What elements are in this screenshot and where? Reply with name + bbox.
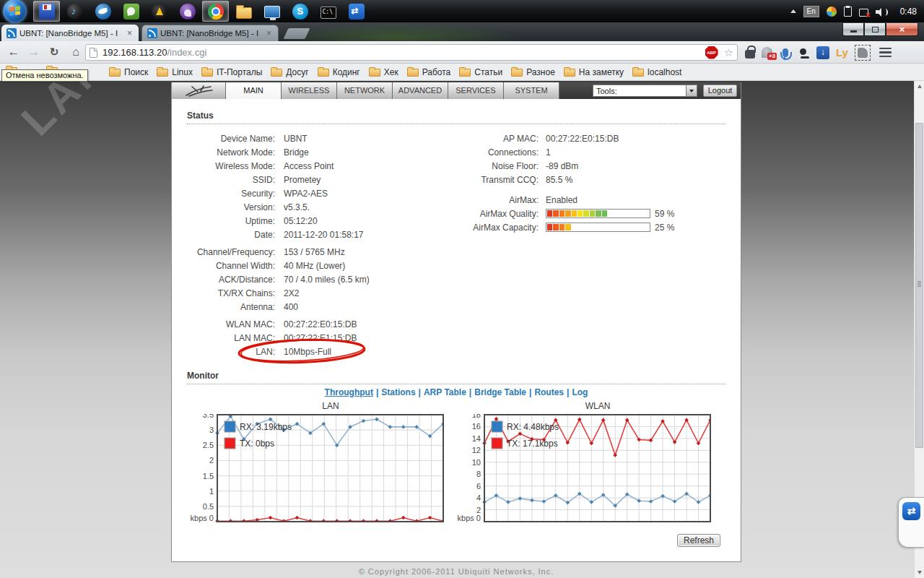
new-tab-button[interactable] [284, 28, 310, 39]
status-field: Noise Floor:-89 dBm [439, 159, 674, 173]
browser-tab-inactive[interactable]: UBNT: [NanoBridge M5] - I × [141, 25, 279, 41]
svg-text:16: 16 [472, 422, 481, 431]
screen: En 0:48 UBNT: [NanoBridge M5] - I × UBNT… [0, 0, 924, 578]
tab-favicon [147, 28, 157, 38]
folder-icon [157, 69, 168, 77]
taskbar-app-floppy[interactable] [33, 1, 60, 22]
network-status-icon[interactable] [859, 9, 868, 17]
bookmark-item[interactable]: На заметку [560, 64, 629, 81]
taskbar-clock[interactable]: 0:48 [900, 7, 917, 17]
status-field: Date:2011-12-20 01:58:17 [187, 228, 370, 241]
tab-close-icon[interactable]: × [265, 29, 273, 38]
airos-tab-wireless[interactable]: WIRELESS [282, 82, 337, 99]
taskbar-app-explorer[interactable] [230, 1, 257, 22]
extension-icon[interactable]: +3 [762, 47, 772, 58]
taskbar-app-chrome[interactable] [202, 1, 229, 22]
tab-close-icon[interactable]: × [126, 29, 134, 38]
taskbar-app-teamviewer[interactable] [343, 1, 370, 22]
airos-tab-system[interactable]: SYSTEM [504, 82, 559, 99]
cmd-icon [321, 7, 336, 19]
chart-title: LAN [190, 401, 444, 411]
monitor-link-throughput[interactable]: Throughput [325, 387, 373, 397]
refresh-button[interactable]: Refresh [677, 534, 720, 547]
page-viewport: LANZ MAINWIRELESSNETWORKADVANCEDSERVICES… [0, 81, 924, 578]
bookmark-item[interactable]: localhost [629, 64, 687, 81]
close-button[interactable]: × [886, 23, 918, 36]
bookmark-item[interactable]: Linux [153, 64, 198, 81]
bookmark-item[interactable]: Кодинг [314, 64, 365, 81]
bookmark-item[interactable]: Работа [404, 64, 456, 81]
taskbar-app-skype[interactable] [287, 1, 313, 22]
start-button[interactable] [3, 0, 27, 23]
scrollbar-thumb[interactable] [915, 123, 923, 448]
bookmark-item[interactable]: Досуг [267, 64, 313, 81]
tools-dropdown[interactable]: Tools: [593, 85, 697, 97]
monitor-links: Throughput|Stations|ARP Table|Bridge Tab… [187, 387, 725, 397]
scrollbar-up-arrow[interactable] [915, 81, 924, 92]
bookmark-item[interactable]: Разное [507, 64, 560, 81]
status-heading: Status [187, 111, 725, 124]
adblock-icon[interactable]: ABP [705, 46, 718, 59]
bookmark-item[interactable]: IT-Порталы [198, 64, 267, 81]
status-field: WLAN MAC:00:27:22:E0:15:DB [187, 317, 370, 331]
svg-text:kbps 0: kbps 0 [191, 514, 214, 522]
throughput-chart: 3.532.521.510.5kbps 0RX: 3.19kbpsTX: 0bp… [190, 414, 444, 522]
browser-menu-icon[interactable] [879, 48, 892, 58]
monitor-link-log[interactable]: Log [572, 387, 588, 397]
page-icon [90, 48, 97, 58]
svg-text:6: 6 [476, 482, 481, 491]
status-field: ACK/Distance:70 / 4.0 miles (6.5 km) [187, 272, 370, 286]
floppy-icon [39, 4, 55, 20]
bookmark-item[interactable]: Хек [365, 64, 404, 81]
back-button[interactable]: ← [4, 43, 23, 61]
lamp-extension-icon[interactable] [798, 47, 810, 59]
bookmark-item[interactable]: Статьи [456, 64, 507, 81]
ly-extension-icon[interactable]: Ly [836, 46, 848, 59]
language-indicator[interactable]: En [803, 6, 819, 17]
taskbar-app-evernote[interactable] [118, 1, 144, 22]
bookmark-item[interactable]: Поиск [105, 64, 153, 81]
taskbar-app-thunderbird[interactable] [90, 1, 116, 22]
minimize-button[interactable] [842, 23, 864, 36]
forward-button[interactable]: → [25, 43, 43, 61]
taskbar-app-daemon[interactable] [146, 1, 173, 22]
logout-button[interactable]: Logout [703, 85, 737, 97]
airos-tab-main[interactable]: MAIN [226, 82, 282, 99]
teamviewer-dock-tab[interactable]: ⇄ [898, 497, 924, 548]
clipboard-icon[interactable] [844, 7, 852, 17]
evernote-extension-icon[interactable] [855, 45, 871, 61]
monitor-link-bridge-table[interactable]: Bridge Table [474, 387, 526, 397]
address-bar[interactable]: 192.168.113.20/index.cgi ABP ☆ [85, 44, 738, 61]
taskbar-app-remote[interactable] [258, 1, 285, 22]
taskbar-app-pidgin[interactable] [174, 1, 201, 22]
windows-update-icon[interactable] [827, 7, 837, 17]
volume-icon[interactable] [876, 8, 887, 20]
browser-tab-strip: UBNT: [NanoBridge M5] - I × UBNT: [NanoB… [0, 22, 924, 41]
status-field: Version:v5.3.5. [187, 200, 370, 214]
browser-tab-active[interactable]: UBNT: [NanoBridge M5] - I × [1, 25, 139, 41]
lock-extension-icon[interactable] [745, 50, 755, 59]
taskbar-app-cmd[interactable] [315, 1, 341, 22]
show-hidden-icons-button[interactable] [790, 9, 796, 13]
airos-panel: MAINWIRELESSNETWORKADVANCEDSERVICESSYSTE… [171, 82, 741, 562]
status-field: Connections:1 [439, 145, 674, 159]
folder-icon [407, 69, 419, 77]
microphone-extension-icon[interactable] [783, 48, 788, 57]
taskbar-app-itunes[interactable] [61, 1, 88, 22]
monitor-link-stations[interactable]: Stations [381, 387, 415, 397]
scrollbar-down-arrow[interactable] [915, 567, 924, 578]
dropdown-arrow-icon[interactable] [686, 85, 697, 96]
bookmark-star-icon[interactable]: ☆ [724, 46, 733, 59]
airos-tab-advanced[interactable]: ADVANCED [393, 82, 448, 99]
svg-text:1.5: 1.5 [203, 472, 214, 480]
svg-text:RX: 3.19kbps: RX: 3.19kbps [240, 422, 292, 432]
remote-icon [264, 6, 280, 18]
airos-tab-services[interactable]: SERVICES [448, 82, 504, 99]
monitor-link-arp-table[interactable]: ARP Table [424, 387, 466, 397]
restore-button[interactable] [864, 23, 886, 36]
reload-button[interactable]: ↻ [45, 43, 64, 61]
download-extension-icon[interactable]: ↓ [816, 46, 829, 59]
home-button[interactable]: ⌂ [66, 43, 85, 61]
airos-tab-network[interactable]: NETWORK [337, 82, 393, 99]
monitor-link-routes[interactable]: Routes [534, 387, 564, 397]
